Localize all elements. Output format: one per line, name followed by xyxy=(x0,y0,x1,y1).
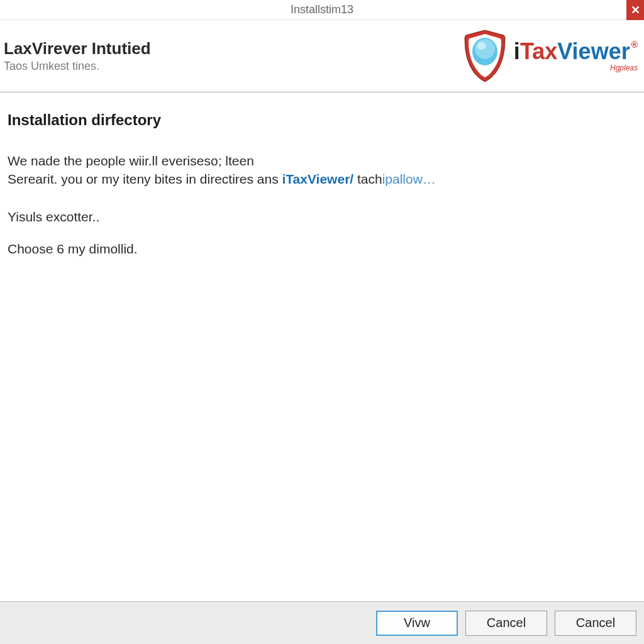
logo-prefix: i xyxy=(514,38,520,64)
close-icon: ✕ xyxy=(631,3,640,17)
view-button-label: Vivw xyxy=(404,616,430,630)
window-title: Installstim13 xyxy=(291,3,353,16)
svg-point-1 xyxy=(475,39,495,59)
logo-text: iTaxViewer® Hgpleas xyxy=(514,40,638,72)
section-title: Installation dirfectory xyxy=(8,111,636,129)
view-button[interactable]: Vivw xyxy=(376,611,458,636)
ipallow-link[interactable]: ipallow… xyxy=(382,172,436,186)
footer: Vivw Cancel Cancel xyxy=(0,601,644,644)
body-line-2-pre: Serearit. you or my iteny bites in direc… xyxy=(8,172,282,186)
body-line-3: Yisuls excotter.. xyxy=(8,208,636,226)
body-line-4: Choose 6 my dimollid. xyxy=(8,240,636,258)
logo-area: iTaxViewer® Hgpleas xyxy=(461,29,638,83)
logo-tax: Tax xyxy=(520,38,557,64)
body-line-2-mid: tach xyxy=(353,172,382,186)
logo-tagline: Hgpleas xyxy=(514,64,638,72)
cancel-button-1-label: Cancel xyxy=(487,616,526,630)
logo-registered: ® xyxy=(631,40,638,50)
header-left: LaxVirever Intutied Taos Umkest tines. xyxy=(4,39,151,73)
header-subtitle: Taos Umkest tines. xyxy=(4,60,151,73)
content-area: Installation dirfectory We nade the peop… xyxy=(0,92,644,271)
cancel-button-2[interactable]: Cancel xyxy=(555,611,636,636)
logo-viewer: Viewer xyxy=(557,38,630,64)
shield-icon xyxy=(461,29,509,83)
cancel-button-2-label: Cancel xyxy=(576,616,615,630)
titlebar: Installstim13 ✕ xyxy=(0,0,644,20)
logo-main: iTaxViewer® xyxy=(514,40,638,63)
header-title: LaxVirever Intutied xyxy=(4,39,151,58)
header: LaxVirever Intutied Taos Umkest tines. i… xyxy=(0,20,644,92)
body-line-1: We nade the people wiir.ll everiseso; lt… xyxy=(8,152,636,170)
itaxviewer-link[interactable]: iTaxViewer/ xyxy=(282,172,354,186)
cancel-button-1[interactable]: Cancel xyxy=(465,611,547,636)
body-line-2: Serearit. you or my iteny bites in direc… xyxy=(8,170,636,188)
svg-point-2 xyxy=(477,42,486,50)
close-button[interactable]: ✕ xyxy=(626,0,644,20)
